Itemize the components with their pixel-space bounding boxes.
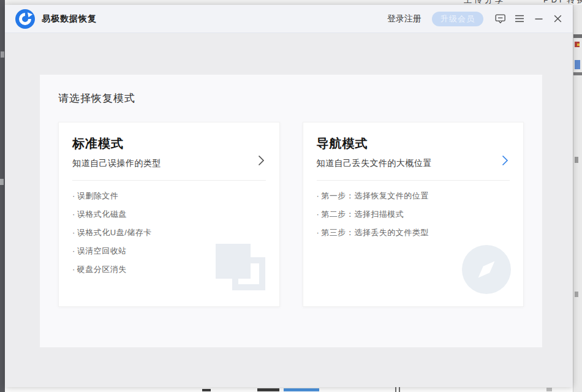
background-fragment <box>399 387 400 392</box>
background-fragment: PDF转换王 <box>543 0 582 5</box>
window-body: 请选择恢复模式 标准模式 知道自己误操作的类型 误删 <box>5 33 573 386</box>
list-item: 误格式化磁盘 <box>72 209 266 219</box>
background-fragment <box>257 388 279 391</box>
compass-watermark-icon <box>462 245 511 294</box>
minimize-icon <box>535 15 543 23</box>
mode-selection-panel: 请选择恢复模式 标准模式 知道自己误操作的类型 误删 <box>40 75 542 347</box>
background-fragment: 上传分享 <box>464 0 515 5</box>
background-fragment <box>202 389 211 391</box>
background-fragment <box>573 72 582 75</box>
hamburger-menu-icon <box>515 15 524 23</box>
background-fragment <box>284 388 319 391</box>
card-header: 标准模式 知道自己误操作的类型 <box>72 135 266 169</box>
list-item: 第二步：选择扫描模式 <box>317 209 510 219</box>
divider <box>72 180 266 181</box>
background-window-bottom-sliver <box>5 387 573 392</box>
menu-button[interactable] <box>512 11 527 27</box>
divider <box>317 180 510 181</box>
card-subtitle: 知道自己误操作的类型 <box>72 158 245 169</box>
card-header: 导航模式 知道自己丢失文件的大概位置 <box>317 135 510 169</box>
list-item: 误删除文件 <box>72 190 266 201</box>
page-title: 请选择恢复模式 <box>58 91 524 105</box>
background-fragment <box>575 292 578 297</box>
steps-list: 第一步：选择恢复文件的位置 第二步：选择扫描模式 第三步：选择丢失的文件类型 <box>317 190 510 238</box>
background-window-top-sliver: 上传分享 PDF转换王 <box>5 0 582 5</box>
minimize-button[interactable] <box>531 11 546 27</box>
close-button[interactable] <box>550 11 565 27</box>
upgrade-member-button[interactable]: 升级会员 <box>432 12 483 26</box>
background-fragment <box>546 388 552 391</box>
background-fragment <box>0 179 4 185</box>
background-window-left-sliver <box>0 0 5 392</box>
chevron-right-icon[interactable] <box>502 155 508 166</box>
list-item: 误格式化U盘/储存卡 <box>72 227 266 238</box>
navigation-mode-card[interactable]: 导航模式 知道自己丢失文件的大概位置 第一步：选择恢复文件的位置 第二步：选择扫… <box>303 122 524 307</box>
app-window: 易极数据恢复 登录注册 升级会员 <box>5 5 573 387</box>
feedback-button[interactable] <box>493 11 508 27</box>
background-window-right-sliver <box>573 5 582 392</box>
card-title: 导航模式 <box>317 135 489 152</box>
background-fragment <box>395 387 396 392</box>
card-title: 标准模式 <box>72 135 245 152</box>
login-register-link[interactable]: 登录注册 <box>387 13 421 24</box>
desktop-background: 上传分享 PDF转换王 易极数据恢复 登录注册 升 <box>0 0 582 392</box>
list-item: 第一步：选择恢复文件的位置 <box>317 190 510 201</box>
background-fragment <box>575 60 580 69</box>
background-fragment <box>575 42 580 47</box>
chevron-right-icon[interactable] <box>258 155 265 166</box>
feedback-icon <box>495 14 506 24</box>
background-fragment <box>1 51 4 58</box>
standard-mode-card[interactable]: 标准模式 知道自己误操作的类型 误删除文件 误格式化磁盘 误格式化U盘/储存卡 … <box>58 122 280 307</box>
close-icon <box>554 15 562 23</box>
overlapping-squares-watermark-icon <box>216 244 266 292</box>
app-title: 易极数据恢复 <box>42 13 97 24</box>
titlebar: 易极数据恢复 登录注册 升级会员 <box>5 5 573 33</box>
list-item: 第三步：选择丢失的文件类型 <box>317 227 510 238</box>
mode-cards: 标准模式 知道自己误操作的类型 误删除文件 误格式化磁盘 误格式化U盘/储存卡 … <box>58 122 524 307</box>
card-subtitle: 知道自己丢失文件的大概位置 <box>317 158 489 169</box>
app-logo-icon <box>15 9 35 29</box>
background-fragment <box>575 157 578 163</box>
background-fragment <box>573 34 582 38</box>
